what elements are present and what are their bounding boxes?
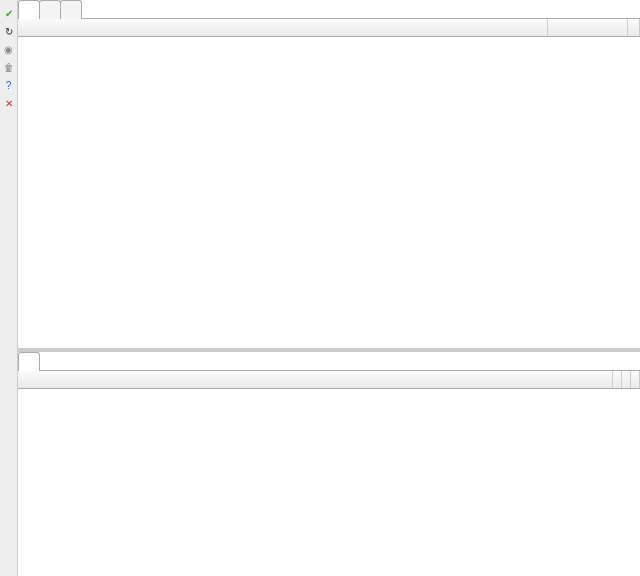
dcol-retained[interactable] bbox=[631, 371, 640, 388]
help-icon[interactable]: ? bbox=[1, 78, 17, 94]
details-tabs bbox=[18, 352, 640, 371]
trash-icon[interactable]: 🗑 bbox=[1, 60, 17, 76]
verify-icon[interactable]: ✔ bbox=[1, 6, 17, 22]
close-icon[interactable]: ✕ bbox=[1, 96, 17, 112]
details-header bbox=[18, 371, 640, 389]
tab-details[interactable] bbox=[18, 352, 40, 371]
tab-biggest[interactable] bbox=[39, 0, 61, 19]
tab-containment[interactable] bbox=[18, 0, 40, 19]
col-object[interactable] bbox=[18, 19, 548, 36]
dcol-object[interactable] bbox=[18, 371, 613, 388]
toolbar: ✔ ↻ ◉ 🗑 ? ✕ bbox=[0, 0, 18, 576]
top-header bbox=[18, 19, 640, 37]
details-tree[interactable] bbox=[18, 389, 640, 576]
tab-summary[interactable] bbox=[60, 0, 82, 19]
circle-icon[interactable]: ◉ bbox=[1, 42, 17, 58]
view-tabs bbox=[18, 0, 640, 19]
dcol-shallow[interactable] bbox=[622, 371, 631, 388]
reload-icon[interactable]: ↻ bbox=[1, 24, 17, 40]
object-tree[interactable] bbox=[18, 37, 640, 352]
col-distance[interactable] bbox=[548, 19, 628, 36]
dcol-distance[interactable] bbox=[613, 371, 622, 388]
